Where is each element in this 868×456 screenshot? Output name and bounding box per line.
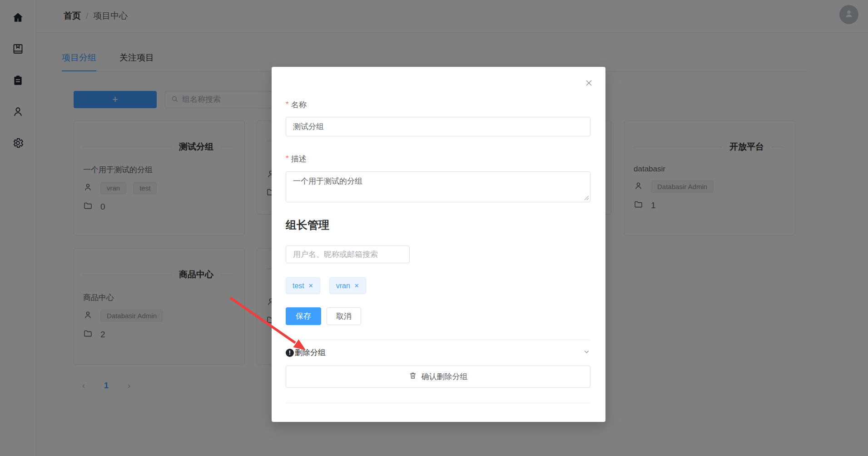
edit-group-dialog: * 名称 * 描述 一个用于测试的分组 组长管理 test ✕ vran ✕ 保… xyxy=(272,67,605,422)
description-textarea-wrap: 一个用于测试的分组 xyxy=(286,171,590,202)
description-field-label: * 描述 xyxy=(286,154,590,164)
leader-tag-vran: vran ✕ xyxy=(329,277,366,294)
dialog-actions: 保存 取消 xyxy=(286,307,590,325)
group-name-input[interactable] xyxy=(286,117,590,136)
required-mark: * xyxy=(286,154,289,163)
chevron-down-icon xyxy=(583,348,590,357)
member-search-input[interactable] xyxy=(286,246,410,263)
required-mark: * xyxy=(286,100,289,109)
delete-group-collapse: ! 删除分组 确认删除分组 xyxy=(286,340,590,403)
trash-icon xyxy=(409,371,417,382)
leader-tag-test: test ✕ xyxy=(286,277,320,294)
leader-management-title: 组长管理 xyxy=(286,218,590,231)
confirm-delete-group-button[interactable]: 确认删除分组 xyxy=(286,366,590,388)
tag-close-icon[interactable]: ✕ xyxy=(354,283,359,289)
dialog-close-button[interactable] xyxy=(584,79,594,89)
delete-group-title: ! 删除分组 xyxy=(286,347,326,358)
save-button[interactable]: 保存 xyxy=(286,307,321,325)
warning-icon: ! xyxy=(286,349,294,357)
app-window: 首页 / 项目中心 项目分组 关注项目 + 测试分组 一个用于测试的分组 vra… xyxy=(0,0,868,456)
tag-close-icon[interactable]: ✕ xyxy=(308,283,313,289)
group-description-textarea[interactable]: 一个用于测试的分组 xyxy=(286,171,590,202)
close-icon xyxy=(585,79,593,89)
cancel-button[interactable]: 取消 xyxy=(327,307,361,325)
name-field-label: * 名称 xyxy=(286,100,590,110)
leader-tags: test ✕ vran ✕ xyxy=(286,277,590,294)
delete-group-collapse-header[interactable]: ! 删除分组 xyxy=(286,340,590,366)
collapse-bottom-divider xyxy=(286,403,590,403)
